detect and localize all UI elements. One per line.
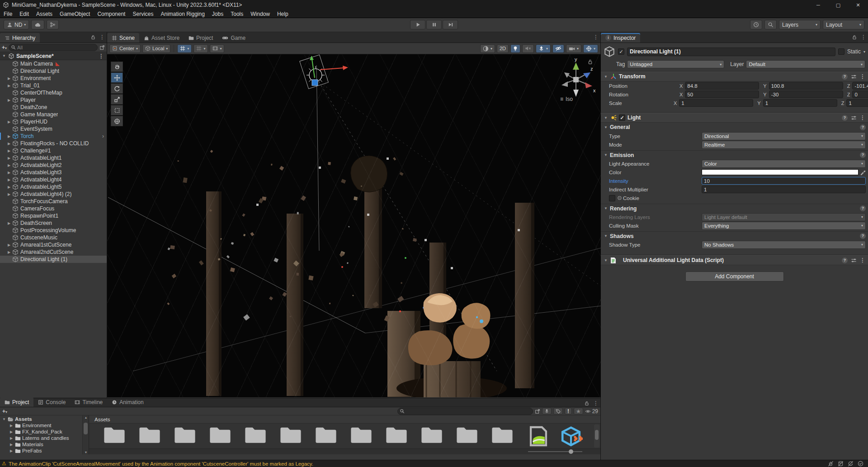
- global-search-button[interactable]: [764, 20, 777, 29]
- folder-icon[interactable]: [208, 425, 232, 444]
- menu-item[interactable]: Animation Rigging: [157, 11, 208, 17]
- axis-neg-cone[interactable]: [561, 81, 568, 87]
- folder-icon[interactable]: [103, 425, 126, 444]
- hierarchy-item[interactable]: ▶ TorchFocusCamera ›: [0, 198, 107, 205]
- foldout-arrow[interactable]: ▶: [7, 142, 11, 146]
- help-icon[interactable]: ?: [842, 115, 848, 121]
- search-importlog-button[interactable]: !: [565, 408, 572, 415]
- favorites-button[interactable]: ★: [574, 408, 583, 415]
- scene-lighting-toggle[interactable]: [510, 44, 520, 53]
- tab-inspector[interactable]: i Inspector: [601, 33, 640, 43]
- foldout-arrow[interactable]: ▶: [7, 243, 11, 247]
- help-icon[interactable]: ?: [860, 152, 866, 158]
- snap-settings-button[interactable]: ▾: [210, 44, 224, 53]
- transform-tool-button[interactable]: [111, 116, 123, 126]
- folder-icon[interactable]: [385, 425, 408, 444]
- tab-timeline[interactable]: Timeline: [70, 397, 107, 407]
- layer-dropdown[interactable]: Default ▾: [746, 60, 865, 68]
- rotation-x-field[interactable]: [685, 91, 759, 98]
- pause-button[interactable]: [426, 20, 442, 29]
- 2d-toggle[interactable]: 2D: [497, 44, 509, 53]
- account-button[interactable]: ND ▾: [4, 20, 29, 29]
- shadow-type-dropdown[interactable]: No Shadows ▾: [702, 241, 866, 249]
- search-by-label-button[interactable]: [553, 408, 563, 415]
- lock-icon[interactable]: [90, 34, 96, 40]
- hierarchy-item[interactable]: ▶ CenterOfTheMap ›: [0, 89, 107, 96]
- folder-icon[interactable]: [138, 425, 161, 444]
- component-menu-icon[interactable]: ⋮: [860, 73, 865, 80]
- increment-snap-toggle[interactable]: ▾: [193, 44, 208, 53]
- menu-item[interactable]: Edit: [16, 11, 33, 17]
- intensity-field[interactable]: [702, 177, 866, 185]
- scene-viewport[interactable]: y z x ≡ Iso: [107, 54, 601, 397]
- tree-root-assets[interactable]: ▼ Assets: [0, 416, 82, 422]
- foldout-icon[interactable]: ▼: [604, 116, 608, 120]
- scale-z-field[interactable]: [846, 99, 868, 107]
- position-y-field[interactable]: [769, 82, 843, 90]
- add-component-button[interactable]: Add Component: [685, 272, 784, 281]
- active-checkbox[interactable]: ✓: [618, 48, 624, 55]
- hidden-count-toggle[interactable]: 29: [585, 408, 598, 415]
- static-dropdown-arrow[interactable]: ▾: [863, 50, 865, 54]
- foldout-arrow[interactable]: ▶: [7, 250, 11, 254]
- foldout-icon[interactable]: ▶: [9, 449, 14, 453]
- folder-icon[interactable]: [349, 425, 373, 444]
- lock-icon[interactable]: [584, 400, 590, 406]
- scene-menu-icon[interactable]: ⋮: [99, 53, 104, 59]
- tab-project[interactable]: Project: [184, 33, 217, 43]
- layers-dropdown[interactable]: Layers ▾: [779, 20, 821, 29]
- cookie-checkbox[interactable]: ✓: [609, 195, 615, 201]
- transform-component-header[interactable]: ▼ Transform ? ⋮: [601, 71, 868, 81]
- menu-item[interactable]: Assets: [33, 11, 56, 17]
- hierarchy-item[interactable]: ▶ Directional Light (1) ›: [0, 256, 107, 263]
- menu-item[interactable]: Help: [274, 11, 292, 17]
- tab-game[interactable]: Game: [217, 33, 250, 43]
- undo-history-button[interactable]: [750, 20, 762, 29]
- position-z-field[interactable]: [852, 82, 868, 90]
- menu-item[interactable]: Component: [94, 11, 129, 17]
- hierarchy-item[interactable]: ▶ RespawnPoint1 ›: [0, 212, 107, 219]
- hierarchy-item[interactable]: ▶ ActivatableLight4) (2) ›: [0, 191, 107, 198]
- foldout-arrow[interactable]: ▶: [7, 221, 11, 225]
- foldout-arrow[interactable]: ▶: [7, 98, 11, 102]
- foldout-arrow[interactable]: ▶: [7, 156, 11, 160]
- tool-handle-rotation-dropdown[interactable]: Local ▾: [142, 44, 170, 53]
- foldout-arrow[interactable]: ▶: [7, 120, 11, 124]
- emission-section-header[interactable]: ▼ Emission ?: [601, 150, 868, 159]
- hierarchy-item[interactable]: ▶ PlayerHUD ›: [0, 118, 107, 125]
- color-swatch[interactable]: [702, 169, 859, 175]
- grid-snap-toggle[interactable]: ▾: [177, 44, 192, 53]
- shadows-section-header[interactable]: ▼ Shadows ?: [601, 231, 868, 240]
- tree-folder-item[interactable]: ▶ FX_Kandol_Pack: [0, 429, 82, 435]
- help-icon[interactable]: ?: [842, 74, 848, 80]
- static-checkbox[interactable]: ✓: [838, 48, 844, 55]
- scale-tool-button[interactable]: [111, 94, 123, 105]
- hierarchy-search[interactable]: [9, 44, 98, 51]
- package-asset-icon[interactable]: [559, 425, 583, 448]
- tree-folder-item[interactable]: ▶ Environment: [0, 422, 82, 429]
- menu-item[interactable]: Window: [247, 11, 274, 17]
- eyedropper-icon[interactable]: [860, 169, 866, 175]
- maximize-button[interactable]: ▢: [828, 0, 848, 10]
- hierarchy-item[interactable]: ▶ Environment ›: [0, 75, 107, 82]
- hierarchy-search-input[interactable]: [17, 45, 95, 50]
- rotate-tool-button[interactable]: [111, 83, 123, 94]
- presets-icon[interactable]: [851, 115, 857, 121]
- menu-item[interactable]: GameObject: [56, 11, 94, 17]
- camera-settings-dropdown[interactable]: ▾: [566, 44, 581, 53]
- project-search[interactable]: [397, 408, 533, 415]
- tab-scene[interactable]: Scene: [107, 33, 139, 43]
- general-section-header[interactable]: ▼ General ?: [601, 123, 868, 132]
- hierarchy-item[interactable]: ▶ CutsceneMusic ›: [0, 234, 107, 241]
- gameobject-name-field[interactable]: [627, 48, 835, 56]
- tab-project[interactable]: Project: [0, 397, 33, 407]
- search-by-type-button[interactable]: [542, 408, 552, 415]
- create-asset-button[interactable]: +▾: [2, 408, 7, 415]
- create-object-button[interactable]: +▾: [2, 44, 7, 51]
- foldout-arrow[interactable]: ▶: [7, 149, 11, 153]
- hierarchy-item[interactable]: ▶ Game Manager ›: [0, 111, 107, 118]
- version-control-button[interactable]: [47, 20, 59, 29]
- foldout-arrow[interactable]: ▶: [7, 163, 11, 167]
- hierarchy-item[interactable]: ▶ PostProcessingVolume ›: [0, 227, 107, 234]
- folder-icon[interactable]: [244, 425, 267, 444]
